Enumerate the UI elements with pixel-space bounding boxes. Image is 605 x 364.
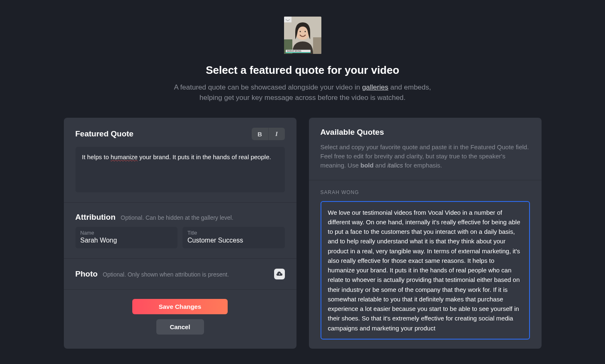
upload-photo-button[interactable]	[274, 269, 285, 279]
galleries-link[interactable]: galleries	[362, 83, 388, 91]
speaker-name: SARAH WONG	[321, 189, 530, 195]
svg-rect-6	[284, 17, 292, 22]
page-title: Select a featured quote for your video	[206, 64, 399, 77]
attribution-title: Attribution	[75, 213, 116, 221]
cancel-button[interactable]: Cancel	[156, 319, 204, 335]
available-quotes-panel: Available Quotes Select and copy your fa…	[309, 118, 542, 349]
photo-title: Photo	[75, 269, 98, 278]
featured-quote-panel: Featured Quote B I It helps to humanize …	[64, 118, 296, 349]
attribution-hint: Optional. Can be hidden at the gallery l…	[121, 214, 233, 221]
photo-hint: Optional. Only shown when attribution is…	[103, 271, 229, 278]
title-field-wrapper[interactable]: Title	[182, 227, 285, 248]
title-input[interactable]	[187, 237, 280, 244]
svg-rect-9	[286, 52, 311, 53]
svg-point-4	[299, 31, 301, 32]
page-description: A featured quote can be showcased alongs…	[170, 83, 435, 103]
svg-point-5	[304, 31, 306, 32]
title-label: Title	[187, 230, 280, 236]
svg-rect-2	[313, 37, 321, 54]
featured-quote-input[interactable]: It helps to humanize your brand. It puts…	[75, 147, 285, 192]
name-label: Name	[80, 230, 173, 236]
name-input[interactable]	[80, 237, 173, 244]
video-thumbnail: SARAH WONG	[284, 17, 321, 54]
page-desc-pre: A featured quote can be showcased alongs…	[174, 83, 362, 91]
format-toolbar: B I	[252, 128, 285, 140]
italic-button[interactable]: I	[268, 128, 285, 140]
name-field-wrapper[interactable]: Name	[75, 227, 178, 248]
featured-quote-title: Featured Quote	[75, 129, 134, 138]
svg-text:SARAH WONG: SARAH WONG	[287, 50, 301, 52]
upload-icon	[276, 271, 283, 277]
available-quotes-desc: Select and copy your favorite quote and …	[321, 143, 530, 170]
bold-button[interactable]: B	[252, 128, 268, 140]
save-button[interactable]: Save Changes	[132, 299, 228, 314]
available-quotes-title: Available Quotes	[321, 128, 530, 137]
available-quote-text[interactable]: We love our testimonial videos from Voca…	[321, 201, 530, 340]
